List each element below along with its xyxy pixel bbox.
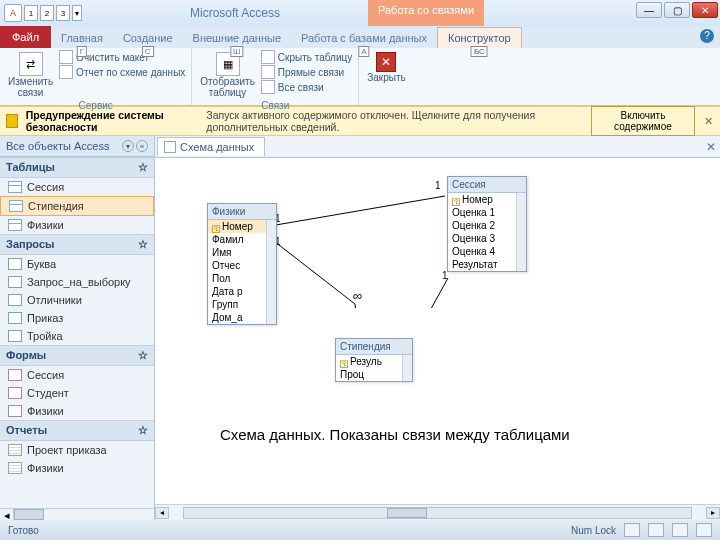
all-rel-button[interactable]: Все связи: [261, 80, 352, 94]
nav-section-reports[interactable]: Отчеты☆: [0, 420, 154, 441]
nav-item-form-sessia[interactable]: Сессия: [0, 366, 154, 384]
tab-dbtools[interactable]: Работа с базами данныхА: [291, 28, 437, 48]
field-row[interactable]: Оценка 4: [448, 245, 526, 258]
nav-item-form-fiziki[interactable]: Физики: [0, 402, 154, 420]
nav-section-forms[interactable]: Формы☆: [0, 345, 154, 366]
rel-one-2: 1: [435, 180, 441, 191]
field-row[interactable]: Резуль: [336, 355, 412, 368]
file-tab[interactable]: Файл: [0, 26, 51, 48]
nav-item-form-student[interactable]: Студент: [0, 384, 154, 402]
edit-relations-icon: ⇄: [19, 52, 43, 76]
tab-home[interactable]: ГлавнаяГ: [51, 28, 113, 48]
close-rel-button[interactable]: ✕ Закрыть: [365, 50, 408, 85]
edit-relations-button[interactable]: ⇄ Изменитьсвязи: [6, 50, 55, 100]
table-icon: [9, 200, 23, 212]
nav-header[interactable]: Все объекты Access ▾«: [0, 136, 154, 157]
main-area: Все объекты Access ▾« Таблицы☆ Сессия Ст…: [0, 136, 720, 520]
qat-save-icon[interactable]: 1: [24, 5, 38, 21]
nav-dropdown-icon[interactable]: ▾: [122, 140, 134, 152]
nav-item-otlichniki[interactable]: Отличники: [0, 291, 154, 309]
shield-icon: [6, 114, 18, 128]
nav-item-bukva[interactable]: Буква: [0, 255, 154, 273]
nav-item-stipendia[interactable]: Стипендия: [0, 196, 154, 216]
view-button-3[interactable]: [672, 523, 688, 537]
document-tabs: Схема данных ✕: [155, 136, 720, 158]
nav-section-tables[interactable]: Таблицы☆: [0, 157, 154, 178]
field-row[interactable]: Оценка 2: [448, 219, 526, 232]
maximize-button[interactable]: ▢: [664, 2, 690, 18]
tab-create[interactable]: СозданиеС: [113, 28, 183, 48]
nav-item-troika[interactable]: Тройка: [0, 327, 154, 345]
security-warning-bar: Предупреждение системы безопасности Запу…: [0, 106, 720, 136]
security-close-icon[interactable]: ✕: [703, 115, 714, 127]
slide-caption: Схема данных. Показаны связи между табли…: [220, 426, 570, 444]
contextual-tab-label: Работа со связями: [368, 0, 484, 26]
report-icon: [8, 462, 22, 474]
key-icon: [340, 358, 348, 366]
field-row[interactable]: Проц: [336, 368, 412, 381]
scrollbar[interactable]: [266, 220, 276, 324]
minimize-button[interactable]: —: [636, 2, 662, 18]
field-row[interactable]: Номер: [448, 193, 526, 206]
app-icon[interactable]: A: [4, 4, 22, 22]
security-message[interactable]: Запуск активного содержимого отключен. Щ…: [206, 109, 583, 133]
status-numlock: Num Lock: [571, 525, 616, 536]
key-icon: [452, 196, 460, 204]
close-button[interactable]: ✕: [692, 2, 718, 18]
nav-section-queries[interactable]: Запросы☆: [0, 234, 154, 255]
canvas-hscroll[interactable]: ◂ ▸: [155, 504, 720, 520]
report-icon: [59, 65, 73, 79]
doc-tab-schema[interactable]: Схема данных: [157, 137, 265, 156]
tab-design[interactable]: КонструкторБС: [437, 27, 522, 48]
tbox-title: Физики: [208, 204, 276, 220]
relation-report-button[interactable]: Отчет по схеме данных: [59, 65, 185, 79]
tab-external[interactable]: Внешние данныеШ: [183, 28, 291, 48]
relationships-canvas[interactable]: 1 1 1 ∞ 1 1 Физики Номер Фамил Имя Отчес…: [155, 158, 720, 504]
view-button-1[interactable]: [624, 523, 640, 537]
show-table-button[interactable]: ▦ Отобразитьтаблицу: [198, 50, 257, 100]
scrollbar[interactable]: [402, 355, 412, 381]
table-box-fiziki[interactable]: Физики Номер Фамил Имя Отчес Пол Дата р …: [207, 203, 277, 325]
relationships-icon: [164, 141, 176, 153]
qat-customize-icon[interactable]: ▾: [72, 5, 82, 21]
qat-undo-icon[interactable]: 2: [40, 5, 54, 21]
qat-redo-icon[interactable]: 3: [56, 5, 70, 21]
nav-hscroll[interactable]: ◂: [0, 508, 154, 520]
query-icon: [8, 276, 22, 288]
scroll-right-icon[interactable]: ▸: [706, 507, 720, 519]
doc-close-icon[interactable]: ✕: [706, 140, 716, 154]
status-ready: Готово: [8, 525, 39, 536]
svg-line-0: [270, 196, 445, 226]
enable-content-button[interactable]: Включить содержимое: [591, 106, 694, 136]
view-button-2[interactable]: [648, 523, 664, 537]
svg-line-1: [405, 278, 448, 308]
form-icon: [8, 387, 22, 399]
help-icon[interactable]: ?: [700, 29, 714, 43]
nav-collapse-icon[interactable]: «: [136, 140, 148, 152]
table-box-stipendia[interactable]: Стипендия Резуль Проц: [335, 338, 413, 382]
direct-rel-button[interactable]: Прямые связи: [261, 65, 352, 79]
clear-icon: [59, 50, 73, 64]
form-icon: [8, 405, 22, 417]
field-row[interactable]: Оценка 1: [448, 206, 526, 219]
table-box-sessia[interactable]: Сессия Номер Оценка 1 Оценка 2 Оценка 3 …: [447, 176, 527, 272]
nav-item-select-query[interactable]: Запрос_на_выборку: [0, 273, 154, 291]
close-x-icon: ✕: [376, 52, 396, 72]
field-row[interactable]: Оценка 3: [448, 232, 526, 245]
view-button-4[interactable]: [696, 523, 712, 537]
ribbon-tabs: Файл ГлавнаяГ СозданиеС Внешние данныеШ …: [0, 26, 720, 48]
relationship-lines: [155, 158, 455, 308]
nav-item-fiziki[interactable]: Физики: [0, 216, 154, 234]
nav-item-sessia[interactable]: Сессия: [0, 178, 154, 196]
all-icon: [261, 80, 275, 94]
hide-table-button[interactable]: Скрыть таблицу: [261, 50, 352, 64]
hide-icon: [261, 50, 275, 64]
scrollbar[interactable]: [516, 193, 526, 271]
field-row[interactable]: Результат: [448, 258, 526, 271]
scroll-thumb[interactable]: [387, 508, 427, 518]
form-icon: [8, 369, 22, 381]
nav-item-prikaz[interactable]: Приказ: [0, 309, 154, 327]
scroll-left-icon[interactable]: ◂: [155, 507, 169, 519]
nav-item-report-fiziki[interactable]: Физики: [0, 459, 154, 477]
nav-item-report-prikaz[interactable]: Проект приказа: [0, 441, 154, 459]
